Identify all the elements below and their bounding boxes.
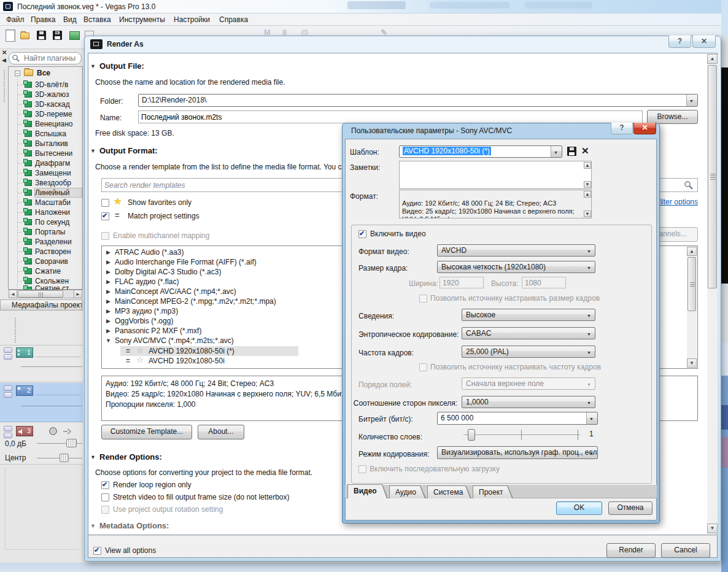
scroll-down-icon[interactable]: ▼ — [707, 524, 718, 533]
tree-item[interactable]: 3D-влёт/в — [35, 80, 82, 89]
match-project-checkbox[interactable] — [101, 212, 109, 220]
menu-file[interactable]: Файл — [6, 15, 25, 24]
tree-item[interactable]: Растворен — [35, 247, 82, 256]
view-all-options-checkbox[interactable] — [93, 547, 101, 555]
track-mute-button[interactable] — [4, 385, 12, 391]
tab-system[interactable]: Система — [427, 485, 471, 498]
tree-item[interactable]: Разделени — [35, 238, 82, 246]
expand-icon[interactable]: ▶ — [106, 259, 110, 265]
tree-expander-icon[interactable]: − — [15, 71, 20, 76]
tree-item[interactable]: Выталкив — [35, 139, 82, 148]
menu-edit[interactable]: Правка — [31, 15, 56, 24]
template-group[interactable]: Dolby Digital AC-3 Studio (*.ac3) — [115, 268, 348, 276]
expand-icon[interactable]: ▶ — [106, 298, 110, 304]
help-button[interactable]: ? — [668, 36, 691, 48]
tree-item[interactable]: Наложени — [35, 208, 82, 217]
pan-slider-thumb[interactable] — [60, 454, 69, 462]
stretch-video-label[interactable]: Stretch video to fill output frame size … — [113, 493, 289, 501]
tree-item[interactable]: 3D-каскад — [35, 100, 82, 109]
pixel-aspect-combobox[interactable]: 1,0000 — [462, 396, 595, 408]
tab-audio[interactable]: Аудио — [389, 485, 426, 498]
tree-item[interactable]: 3D-жалюз — [35, 90, 82, 99]
track-fader[interactable] — [21, 406, 82, 406]
tab-project[interactable]: Проект — [473, 485, 513, 498]
scroll-left-icon[interactable]: ◄ — [9, 290, 17, 298]
tree-item[interactable]: Масштаби — [35, 198, 82, 207]
collapse-icon[interactable]: ▼ — [90, 454, 96, 460]
encode-mode-combobox[interactable]: Визуализировать, используя граф. проц., … — [437, 446, 598, 459]
collapse-icon[interactable]: ▼ — [90, 523, 96, 529]
expand-icon[interactable]: ▶ — [106, 279, 110, 285]
tree-item[interactable]: Снятие ст — [35, 284, 82, 290]
multichannel-checkbox[interactable] — [101, 232, 109, 240]
tree-item[interactable]: Порталы — [35, 228, 82, 236]
name-input[interactable] — [138, 110, 643, 123]
tree-item[interactable]: Вытеснени — [35, 149, 82, 158]
track-solo-button[interactable] — [4, 433, 12, 438]
expand-icon[interactable]: ▶ — [106, 269, 110, 275]
favorite-star-outline-icon[interactable]: ☆ — [136, 346, 144, 355]
dock-grip[interactable] — [4, 70, 5, 102]
ok-button[interactable]: OK — [556, 501, 602, 515]
new-project-icon[interactable] — [6, 29, 15, 42]
tree-item[interactable]: Звездообр — [35, 179, 82, 187]
tree-item[interactable]: Сжатие — [35, 267, 82, 276]
template-group[interactable]: Panasonic P2 MXF (*.mxf) — [115, 327, 348, 335]
tree-hscroll-thumb[interactable] — [18, 290, 63, 298]
track-name-field[interactable] — [36, 385, 81, 395]
render-button[interactable]: Render — [606, 543, 656, 558]
record-arm-icon[interactable] — [49, 427, 57, 435]
track-solo-button[interactable] — [4, 392, 12, 398]
template-group[interactable]: MainConcept MPEG-2 (*.mpg;*.m2v;*.m2t;*.… — [115, 297, 348, 306]
collapse-icon[interactable]: ▼ — [106, 338, 111, 344]
track-fader[interactable] — [21, 366, 82, 367]
collapse-icon[interactable]: ▼ — [90, 63, 96, 69]
customize-template-button[interactable]: Customize Template... — [101, 425, 192, 439]
save-template-icon[interactable] — [567, 147, 576, 156]
plugin-search-input[interactable] — [23, 53, 79, 63]
template-item[interactable]: AVCHD 1920x1080-50i (*) — [149, 347, 296, 355]
notes-textarea[interactable] — [399, 161, 592, 189]
track-mute-button[interactable] — [4, 347, 12, 353]
layers-slider-track[interactable] — [463, 435, 580, 436]
scroll-up-icon[interactable]: ▲ — [584, 191, 591, 198]
collapse-panel-icon[interactable]: ◀ — [2, 57, 6, 63]
tree-item-selected[interactable]: Линейный — [35, 188, 82, 197]
rotation-checkbox[interactable] — [101, 506, 109, 514]
open-project-icon[interactable] — [20, 33, 29, 39]
routing-icon[interactable] — [63, 428, 72, 435]
close-button[interactable]: ✕ — [633, 123, 656, 134]
scroll-right-icon[interactable]: ► — [74, 290, 82, 298]
template-group[interactable]: MainConcept AVC/AAC (*.mp4;*.avc) — [115, 287, 348, 296]
dock-grip[interactable] — [15, 318, 16, 342]
show-favorites-checkbox[interactable] — [101, 199, 109, 207]
scroll-up-icon[interactable]: ▲ — [584, 162, 591, 169]
media-files-tab[interactable]: Медиафайлы проект — [0, 300, 83, 311]
tree-item[interactable]: Венециано — [35, 120, 82, 128]
template-group[interactable]: ATRAC Audio (*.aa3) — [115, 248, 348, 257]
tab-video[interactable]: Видео — [347, 484, 388, 498]
cancel-button[interactable]: Отмена — [608, 501, 652, 515]
cancel-button[interactable]: Cancel — [661, 543, 710, 558]
capture-video-icon[interactable] — [69, 31, 80, 40]
template-group[interactable]: Sony AVC/MVC (*.mp4;*.m2ts;*.avc) — [115, 336, 348, 345]
view-all-options-label[interactable]: View all options — [105, 546, 156, 555]
template-group[interactable]: Audio Interchange File Format (AIFF) (*.… — [115, 258, 348, 266]
template-group[interactable]: OggVorbis (*.ogg) — [115, 317, 348, 325]
framerate-combobox[interactable]: 25,000 (PAL) — [462, 346, 595, 358]
track-name-field[interactable] — [36, 347, 81, 357]
profile-combobox[interactable]: Высокое — [462, 309, 595, 321]
menu-insert[interactable]: Вставка — [83, 15, 111, 24]
favorite-star-outline-icon[interactable]: ☆ — [136, 355, 144, 365]
expand-icon[interactable]: ▶ — [106, 328, 110, 334]
render-loop-label[interactable]: Render loop region only — [113, 481, 191, 489]
match-project-label[interactable]: Match project settings — [128, 212, 199, 220]
scroll-down-icon[interactable]: ▼ — [687, 358, 697, 368]
video-format-combobox[interactable]: AVCHD — [437, 244, 595, 257]
tree-item[interactable]: Сворачив — [35, 257, 82, 266]
template-scroll-thumb[interactable] — [687, 257, 696, 311]
scroll-down-icon[interactable]: ▼ — [584, 181, 591, 188]
scroll-down-icon[interactable]: ▼ — [584, 211, 591, 217]
audio-track-icon[interactable]: 3 — [16, 426, 33, 436]
collapse-icon[interactable]: ▼ — [90, 148, 96, 154]
